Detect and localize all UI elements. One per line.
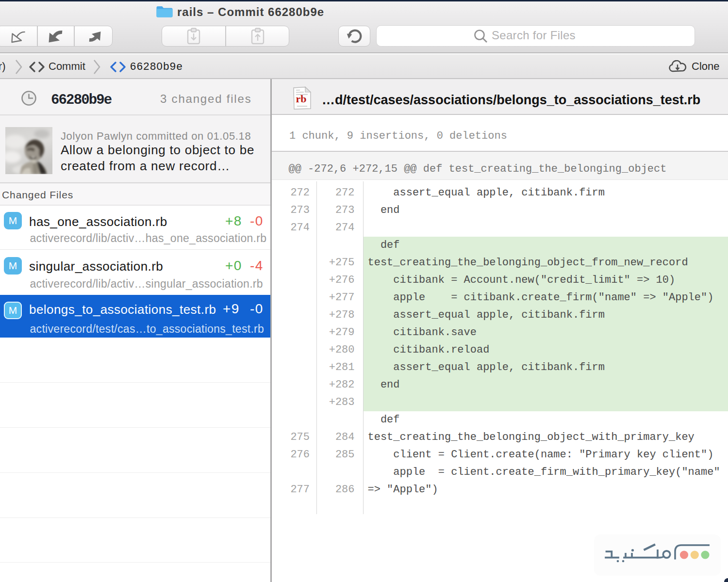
svg-text:rb: rb [296,93,307,105]
